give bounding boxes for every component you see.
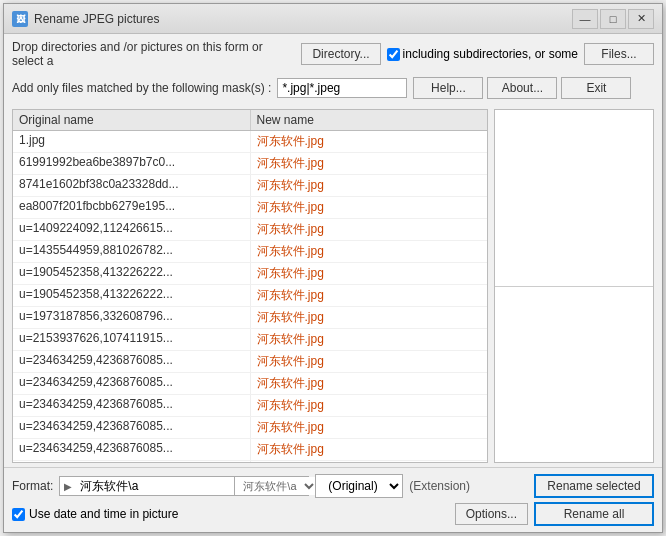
cell-original: 8741e1602bf38c0a23328dd... [13, 175, 251, 196]
main-content: Original name New name 1.jpg河东软件.jpg6199… [4, 105, 662, 467]
toolbar-text: Drop directories and /or pictures on thi… [12, 40, 295, 68]
table-row[interactable]: u=234634259,4236876085...河东软件.jpg [13, 351, 487, 373]
preview-panel [494, 109, 654, 463]
toolbar: Drop directories and /or pictures on thi… [4, 34, 662, 74]
table-row[interactable]: 61991992bea6be3897b7c0...河东软件.jpg [13, 153, 487, 175]
cell-new: 河东软件.jpg [251, 395, 488, 416]
title-bar: 🖼 Rename JPEG pictures — □ ✕ [4, 4, 662, 34]
exit-button[interactable]: Exit [561, 77, 631, 99]
rename-all-button[interactable]: Rename all [534, 502, 654, 526]
file-table: Original name New name 1.jpg河东软件.jpg6199… [12, 109, 488, 463]
minimize-button[interactable]: — [572, 9, 598, 29]
table-row[interactable]: u=234634259,4236876085...河东软件.jpg [13, 395, 487, 417]
cell-original: u=234634259,4236876085... [13, 373, 251, 394]
window-icon: 🖼 [12, 11, 28, 27]
subdirectories-checkbox[interactable] [387, 48, 400, 61]
table-row[interactable]: u=234634259,4236876085...河东软件.jpg [13, 417, 487, 439]
cell-new: 河东软件.jpg [251, 307, 488, 328]
date-checkbox-label: Use date and time in picture [29, 507, 178, 521]
table-row[interactable]: u=1973187856,332608796...河东软件.jpg [13, 307, 487, 329]
table-row[interactable]: u=3300305952,132870891...河东软件.jpg [13, 461, 487, 463]
cell-original: 61991992bea6be3897b7c0... [13, 153, 251, 174]
options-button[interactable]: Options... [455, 503, 528, 525]
preview-top [495, 110, 653, 286]
directory-button[interactable]: Directory... [301, 43, 380, 65]
cell-original: u=1973187856,332608796... [13, 307, 251, 328]
format-dropdown[interactable]: 河东软件\a [234, 477, 317, 495]
format-row: Format: ▶ 河东软件\a (Original) (Extension) … [12, 474, 654, 498]
cell-new: 河东软件.jpg [251, 219, 488, 240]
cell-new: 河东软件.jpg [251, 461, 488, 463]
format-input[interactable] [76, 477, 234, 495]
cell-original: u=1905452358,413226222... [13, 263, 251, 284]
rename-selected-button[interactable]: Rename selected [534, 474, 654, 498]
table-row[interactable]: u=1905452358,413226222...河东软件.jpg [13, 285, 487, 307]
date-checkbox-wrap: Use date and time in picture [12, 507, 449, 521]
help-button[interactable]: Help... [413, 77, 483, 99]
col-original-header: Original name [13, 110, 251, 130]
cell-original: u=3300305952,132870891... [13, 461, 251, 463]
cell-new: 河东软件.jpg [251, 373, 488, 394]
cell-new: 河东软件.jpg [251, 285, 488, 306]
cell-original: u=234634259,4236876085... [13, 395, 251, 416]
table-body: 1.jpg河东软件.jpg61991992bea6be3897b7c0...河东… [13, 131, 487, 463]
date-checkbox[interactable] [12, 508, 25, 521]
format-label: Format: [12, 479, 53, 493]
files-button[interactable]: Files... [584, 43, 654, 65]
mask-label: Add only files matched by the following … [12, 81, 271, 95]
cell-original: u=1435544959,881026782... [13, 241, 251, 262]
preview-bottom [495, 286, 653, 462]
cell-new: 河东软件.jpg [251, 131, 488, 152]
cell-original: u=1409224092,112426615... [13, 219, 251, 240]
subdirectories-checkbox-wrap: including subdirectories, or some [387, 47, 578, 61]
cell-original: u=1905452358,413226222... [13, 285, 251, 306]
table-row[interactable]: u=234634259,4236876085...河东软件.jpg [13, 439, 487, 461]
main-window: 🖼 Rename JPEG pictures — □ ✕ Drop direct… [3, 3, 663, 533]
close-button[interactable]: ✕ [628, 9, 654, 29]
cell-new: 河东软件.jpg [251, 351, 488, 372]
cell-original: 1.jpg [13, 131, 251, 152]
maximize-button[interactable]: □ [600, 9, 626, 29]
format-input-wrap: ▶ 河东软件\a [59, 476, 309, 496]
cell-new: 河东软件.jpg [251, 417, 488, 438]
cell-original: ea8007f201fbcbb6279e195... [13, 197, 251, 218]
table-row[interactable]: 8741e1602bf38c0a23328dd...河东软件.jpg [13, 175, 487, 197]
title-buttons: — □ ✕ [572, 9, 654, 29]
extension-label: (Extension) [409, 479, 470, 493]
header-buttons: Help... About... Exit [413, 77, 631, 99]
cell-new: 河东软件.jpg [251, 153, 488, 174]
cell-new: 河东软件.jpg [251, 439, 488, 460]
mask-input[interactable] [277, 78, 407, 98]
table-row[interactable]: 1.jpg河东软件.jpg [13, 131, 487, 153]
footer-bottom: Use date and time in picture Options... … [12, 502, 654, 526]
footer: Format: ▶ 河东软件\a (Original) (Extension) … [4, 467, 662, 532]
table-row[interactable]: ea8007f201fbcbb6279e195...河东软件.jpg [13, 197, 487, 219]
cell-new: 河东软件.jpg [251, 175, 488, 196]
subdirectories-label: including subdirectories, or some [403, 47, 578, 61]
about-button[interactable]: About... [487, 77, 557, 99]
table-row[interactable]: u=1435544959,881026782...河东软件.jpg [13, 241, 487, 263]
table-header: Original name New name [13, 110, 487, 131]
col-new-header: New name [251, 110, 488, 130]
cell-new: 河东软件.jpg [251, 263, 488, 284]
table-row[interactable]: u=2153937626,107411915...河东软件.jpg [13, 329, 487, 351]
window-title: Rename JPEG pictures [34, 12, 572, 26]
table-row[interactable]: u=234634259,4236876085...河东软件.jpg [13, 373, 487, 395]
cell-original: u=234634259,4236876085... [13, 351, 251, 372]
table-row[interactable]: u=1905452358,413226222...河东软件.jpg [13, 263, 487, 285]
cell-original: u=2153937626,107411915... [13, 329, 251, 350]
original-select[interactable]: (Original) [315, 474, 403, 498]
mask-row: Add only files matched by the following … [4, 74, 662, 105]
cell-new: 河东软件.jpg [251, 329, 488, 350]
cell-new: 河东软件.jpg [251, 241, 488, 262]
cell-original: u=234634259,4236876085... [13, 439, 251, 460]
cell-original: u=234634259,4236876085... [13, 417, 251, 438]
format-arrow-icon[interactable]: ▶ [60, 479, 76, 494]
table-row[interactable]: u=1409224092,112426615...河东软件.jpg [13, 219, 487, 241]
cell-new: 河东软件.jpg [251, 197, 488, 218]
